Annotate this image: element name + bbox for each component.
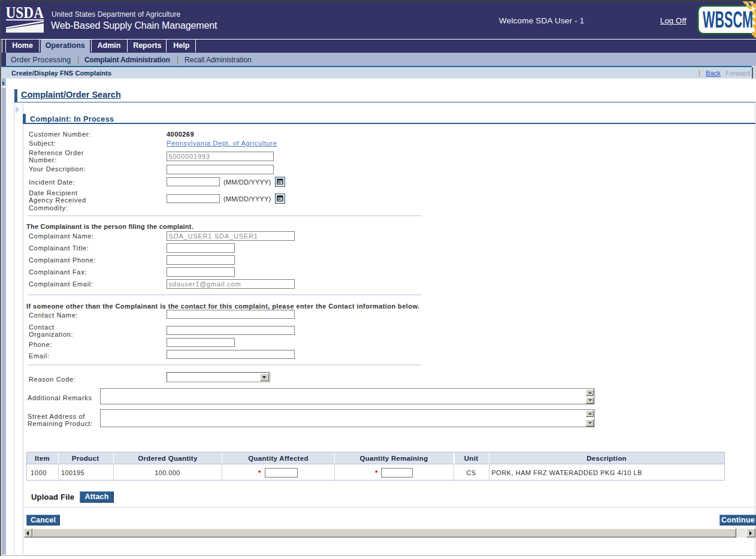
svg-text:WBSCM: WBSCM xyxy=(703,7,753,32)
svg-text:USDA: USDA xyxy=(6,6,44,22)
